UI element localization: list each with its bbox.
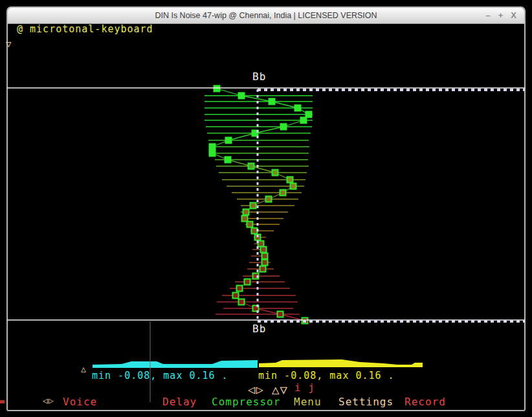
control-point[interactable] [278, 312, 283, 317]
nav-down-triangle-icon[interactable]: ▽ [6, 39, 11, 49]
control-point[interactable] [301, 118, 307, 123]
control-point[interactable] [262, 260, 268, 266]
control-point[interactable] [272, 170, 278, 176]
menu-item-compressor[interactable]: Compressor [212, 396, 280, 408]
curve-segment [251, 166, 275, 173]
right-volume-bar[interactable] [259, 359, 423, 367]
control-point[interactable] [233, 293, 239, 299]
menu-item-menu[interactable]: Menu [294, 396, 322, 408]
control-point[interactable] [260, 266, 266, 272]
hint-left-right: ◁▷ [248, 382, 264, 396]
hint-i-j: i j [294, 381, 315, 394]
control-point[interactable] [239, 93, 245, 99]
control-point[interactable] [269, 99, 275, 105]
control-point[interactable] [281, 124, 287, 130]
patch-label: @ microtonal-keyboard [17, 23, 153, 35]
control-point[interactable] [226, 138, 232, 144]
control-point[interactable] [242, 216, 248, 222]
edge-marker [0, 400, 5, 403]
curve-segment [255, 127, 283, 133]
control-point[interactable] [287, 177, 293, 183]
left-volume-bar[interactable] [93, 360, 258, 368]
control-point[interactable] [210, 144, 216, 150]
curve-segment [256, 308, 280, 314]
bar-marker-triangle-icon[interactable]: △ [81, 364, 86, 374]
control-point[interactable] [237, 286, 243, 292]
control-point[interactable] [258, 241, 264, 247]
control-point[interactable] [247, 222, 253, 228]
control-point[interactable] [249, 164, 254, 169]
menu-item-record[interactable]: Record [405, 396, 446, 408]
control-point[interactable] [245, 279, 250, 285]
control-point[interactable] [252, 228, 258, 234]
control-point[interactable] [225, 157, 231, 163]
control-point[interactable] [266, 197, 272, 202]
desktop: { "window": { "title": "DIN Is Noise 47-… [0, 0, 532, 417]
root-note-label-top: Bb [252, 70, 266, 83]
curve-segment [272, 102, 298, 108]
curve-segment [217, 89, 241, 96]
right-minmax-label: min -0.08, max 0.16 . [258, 370, 395, 381]
curve-segment [228, 133, 255, 140]
control-point[interactable] [250, 203, 256, 209]
control-point[interactable] [210, 151, 216, 156]
menu-scroll-arrows[interactable]: ◁▷ [43, 396, 54, 405]
control-point[interactable] [239, 299, 245, 305]
hint-up-down: △▽ [272, 382, 288, 396]
control-point[interactable] [243, 209, 249, 215]
control-point[interactable] [262, 253, 268, 259]
control-point[interactable] [214, 86, 220, 92]
menu-item-delay[interactable]: Delay [162, 396, 197, 408]
editor-canvas[interactable] [0, 0, 532, 417]
menu-item-settings[interactable]: Settings [338, 396, 393, 408]
menu-item-voice[interactable]: Voice [63, 396, 97, 408]
control-point[interactable] [261, 247, 267, 253]
control-point[interactable] [280, 190, 286, 196]
root-note-label-bottom: Bb [252, 323, 266, 335]
control-point[interactable] [306, 112, 312, 118]
left-minmax-label: min -0.08, max 0.16 . [92, 370, 228, 381]
control-point[interactable] [291, 184, 296, 189]
control-point[interactable] [295, 105, 301, 111]
